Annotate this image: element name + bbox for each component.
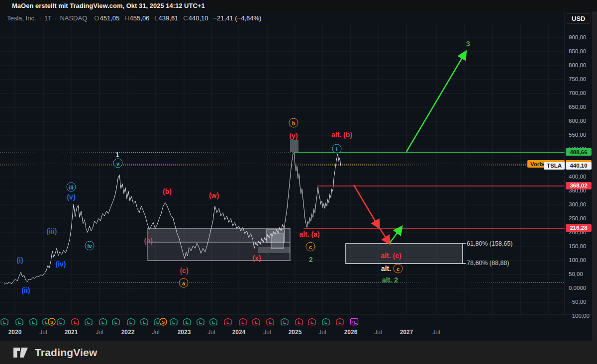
svg-text:E: E <box>241 320 244 325</box>
earnings-badge[interactable]: E <box>170 318 177 325</box>
earnings-badge[interactable]: E <box>253 318 260 325</box>
earnings-badge[interactable]: E <box>154 318 161 325</box>
earnings-badge[interactable]: E <box>30 318 37 325</box>
wave-label-b: b <box>289 118 298 128</box>
svg-text:E: E <box>298 320 300 325</box>
footer-bar: TradingView <box>0 341 597 364</box>
price-label: 216,28 <box>566 224 592 232</box>
time-label: Jul <box>432 329 440 336</box>
earnings-badge[interactable]: E <box>72 318 79 325</box>
estimated-earnings-badge[interactable]: ≈E <box>351 319 358 325</box>
wave-label-2: 2 <box>309 256 313 264</box>
svg-text:E: E <box>74 320 77 325</box>
svg-text:E: E <box>255 320 258 325</box>
earnings-badge[interactable]: E <box>296 318 302 325</box>
time-label: Jul <box>374 329 382 336</box>
svg-text:E: E <box>101 320 104 325</box>
price-tick: −50,00 <box>569 299 587 305</box>
earnings-badge[interactable]: E <box>85 318 92 325</box>
earnings-badge[interactable]: E <box>322 318 329 325</box>
svg-text:E: E <box>87 320 90 325</box>
interval-label[interactable]: 1T <box>44 14 52 22</box>
earnings-badge[interactable]: E <box>210 318 217 325</box>
price-tick: 850,00 <box>569 48 586 54</box>
wave-label-w: (w) <box>209 191 219 199</box>
time-label: 2026 <box>344 329 358 336</box>
time-label: 2025 <box>289 329 302 336</box>
earnings-badge[interactable]: E <box>112 318 119 325</box>
time-label: 2023 <box>178 329 191 336</box>
split-badge[interactable]: S <box>48 318 55 325</box>
separator-dot: · <box>55 14 57 22</box>
price-label: 368,02 <box>566 182 592 189</box>
svg-text:E: E <box>310 320 313 325</box>
svg-text:E: E <box>338 320 341 325</box>
earnings-badge[interactable]: E <box>336 318 343 325</box>
ohlc-value: O451,05 <box>94 14 119 22</box>
decline-arrow-2 <box>379 227 389 243</box>
svg-text:E: E <box>226 320 229 325</box>
time-label: 2024 <box>232 329 246 336</box>
earnings-badge[interactable]: E <box>43 318 50 325</box>
earnings-badge[interactable]: E <box>141 318 148 325</box>
price-label: 440,10 <box>566 162 592 170</box>
currency-button[interactable]: USD <box>566 13 591 24</box>
wave-label-alt2: alt. 2 <box>382 276 398 284</box>
price-tick: 600,00 <box>569 118 586 124</box>
earnings-badge[interactable]: E <box>281 318 288 325</box>
svg-text:E: E <box>156 320 159 325</box>
separator-dot: · <box>39 14 41 22</box>
wave-label-iv: iv <box>85 241 95 251</box>
ohlc-value: H455,06 <box>124 14 149 22</box>
wave-label-altc: alt. (c) <box>381 252 401 260</box>
svg-text:S: S <box>162 319 165 325</box>
price-series-line <box>4 153 341 284</box>
svg-text:E: E <box>269 320 272 325</box>
wave-label-altb: alt. (b) <box>331 131 352 139</box>
wave-label-v: (v) <box>67 193 75 201</box>
earnings-badge[interactable]: E <box>57 318 64 325</box>
chart-canvas[interactable]: EEEESEEEEEEEESEEEEEEEEEEEEE≈E <box>0 0 597 364</box>
peak-box <box>290 140 298 152</box>
earnings-badge[interactable]: E <box>127 318 134 325</box>
svg-text:E: E <box>199 320 202 325</box>
split-badge[interactable]: S <box>160 318 167 325</box>
earnings-badge[interactable]: E <box>267 318 274 325</box>
time-label: Jul <box>39 329 47 336</box>
price-tick: 250,00 <box>569 215 586 221</box>
symbol-info-row[interactable]: Tesla, Inc. · 1T · NASDAQ O451,05H455,06… <box>7 13 261 22</box>
price-tick: 150,00 <box>569 243 586 249</box>
price-tick: 800,00 <box>569 62 586 68</box>
earnings-badge[interactable]: E <box>239 318 246 325</box>
wave-label-alt: alt. <box>381 265 391 273</box>
svg-text:E: E <box>32 320 35 325</box>
wave-label-3: 3 <box>466 40 470 48</box>
price-tick: 300,00 <box>569 201 586 207</box>
tradingview-logo[interactable] <box>13 346 30 359</box>
time-label: Jul <box>96 329 103 336</box>
svg-text:E: E <box>114 320 117 325</box>
earnings-badge[interactable]: E <box>224 318 231 325</box>
right-gutter <box>592 11 597 341</box>
price-tick: −100,00 <box>569 313 590 319</box>
earnings-badge[interactable]: E <box>308 318 315 325</box>
symbol-title[interactable]: Tesla, Inc. <box>7 14 36 22</box>
earnings-badge[interactable]: E <box>16 318 23 325</box>
time-label: 2022 <box>121 329 135 336</box>
earnings-badge[interactable]: E <box>100 318 106 325</box>
earnings-badge[interactable]: E <box>197 318 204 325</box>
time-label: 2021 <box>65 329 78 336</box>
consolidation-top-band <box>148 228 290 242</box>
earnings-badge[interactable]: E <box>1 318 8 325</box>
attribution-text: MaOen erstellt mit TradingView.com, Okt … <box>12 2 205 9</box>
earnings-badge[interactable]: E <box>184 318 191 325</box>
small-box-2 <box>271 234 284 249</box>
time-label: Jul <box>152 329 159 336</box>
brand-name[interactable]: TradingView <box>35 347 98 359</box>
small-box-3 <box>258 247 290 253</box>
wave-label-iv: (iv) <box>56 260 66 268</box>
svg-text:E: E <box>186 320 189 325</box>
time-label: 2020 <box>8 329 22 336</box>
time-label: Jul <box>207 329 215 336</box>
consolidation-box <box>148 228 290 261</box>
